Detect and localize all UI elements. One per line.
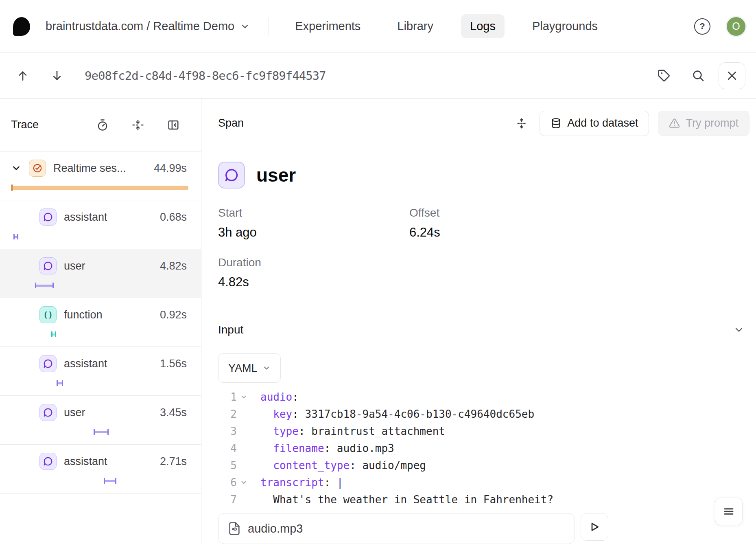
nav-item-playgrounds[interactable]: Playgrounds [523,14,607,38]
chat-bubble-icon [39,208,57,226]
span-timeline-track [0,377,201,391]
main-nav: ExperimentsLibraryLogsPlaygrounds [286,14,607,38]
try-prompt-button[interactable]: Try prompt [658,111,749,136]
add-to-dataset-button[interactable]: Add to dataset [540,111,649,136]
trace-row-user[interactable]: user4.82s [0,249,201,298]
trace-row-assistant[interactable]: assistant2.71s [0,445,201,494]
span-timeline-bar [94,429,109,435]
top-nav: braintrustdata.com / Realtime Demo Exper… [0,0,756,53]
code-text: filename: audio.mp3 [251,442,394,454]
span-timeline-track [0,328,201,342]
line-number: 1 [218,391,237,403]
fold-chevron-icon[interactable] [237,479,251,486]
duration-label: Duration [218,256,409,269]
code-line-2: 2 key: 3317cb18-9a54-4c06-b130-c49640dc6… [218,406,745,423]
span-timeline-track [0,279,201,293]
span-body: user Start 3h ago Offset 6.24s Duration … [201,142,756,544]
span-timeline-bar [11,186,188,190]
span-row-label: user [64,406,85,419]
offset-label: Offset [409,206,601,219]
meta-duration: Duration 4.82s [218,256,409,290]
code-text: What's the weather in Seattle in Fahrenh… [251,494,553,506]
format-selector[interactable]: YAML [218,353,281,383]
nav-item-library[interactable]: Library [388,14,442,38]
resize-panel-icon[interactable] [516,118,527,129]
audio-file-icon [227,522,241,535]
span-meta: Start 3h ago Offset 6.24s Duration 4.82s [218,206,745,290]
check-circle-icon [29,160,46,177]
span-row-label: assistant [64,211,107,224]
nav-item-experiments[interactable]: Experiments [286,14,369,38]
span-header: Span Add to dataset Try prompt [201,99,756,142]
code-line-3: 3 type: braintrust_attachment [218,423,745,440]
audio-filename: audio.mp3 [248,522,303,535]
play-audio-button[interactable] [581,513,608,541]
trace-toolbar: 9e08fc2d-c84d-4f98-8ec6-fc9f89f44537 [0,53,756,99]
span-timeline-bar [35,283,54,288]
trace-panel: Trace Realtime ses...44.99sassistant0.68… [0,99,201,544]
collapse-rows-icon[interactable] [132,119,144,131]
code-text: type: braintrust_attachment [251,425,445,437]
trace-row-assistant[interactable]: assistant0.68s [0,200,201,249]
close-trace-button[interactable] [719,62,745,89]
line-number: 5 [218,459,237,472]
audio-attachment[interactable]: audio.mp3 [218,513,575,544]
trace-row-user[interactable]: user3.45s [0,396,201,445]
avatar[interactable]: O [727,17,745,36]
chevron-down-icon[interactable] [733,324,745,336]
warning-triangle-icon [669,118,680,129]
timer-icon[interactable] [96,119,109,131]
search-icon[interactable] [692,69,705,82]
braintrust-logo-icon[interactable] [13,17,30,36]
help-icon[interactable]: ? [694,18,710,35]
start-label: Start [218,206,409,219]
tag-icon[interactable] [658,69,671,82]
format-selector-value: YAML [228,362,258,375]
line-number: 7 [218,494,237,506]
span-timeline-bar [51,331,56,337]
breadcrumb-label: braintrustdata.com / Realtime Demo [46,20,234,33]
chat-bubble-icon [218,162,245,189]
line-number: 4 [218,442,237,454]
span-row-duration: 4.82s [160,260,187,272]
span-row-label: assistant [64,358,107,370]
span-timeline-bar [13,234,18,239]
code-line-6: 6transcript: | [218,474,745,491]
chevron-down-icon [240,22,250,31]
code-line-4: 4 filename: audio.mp3 [218,440,745,457]
next-trace-button[interactable] [50,69,63,82]
code-text: audio: [251,391,299,403]
span-row-label: function [64,309,103,321]
chat-bubble-icon [39,453,57,470]
try-prompt-label: Try prompt [686,117,739,129]
span-row-duration: 44.99s [154,162,187,175]
trace-row-assistant[interactable]: assistant1.56s [0,347,201,396]
trace-row-realtime-ses-[interactable]: Realtime ses...44.99s [0,151,201,200]
code-text: content_type: audio/mpeg [251,459,426,472]
span-row-duration: 3.45s [160,406,187,419]
chevron-down-icon [262,364,271,372]
expand-chevron-icon[interactable] [11,163,22,173]
prev-trace-button[interactable] [16,69,29,82]
input-section-header[interactable]: Input [218,323,745,336]
span-row-label: user [64,260,85,272]
code-line-7: 7 What's the weather in Seattle in Fahre… [218,491,745,508]
trace-id: 9e08fc2d-c84d-4f98-8ec6-fc9f89f44537 [85,69,326,83]
span-timeline-track [0,230,201,244]
line-number: 2 [218,408,237,420]
yaml-code-block: 1audio:2 key: 3317cb18-9a54-4c06-b130-c4… [218,388,745,508]
trace-row-function[interactable]: ()function0.92s [0,298,201,347]
nav-item-logs[interactable]: Logs [461,14,505,38]
chat-bubble-icon [39,404,57,421]
span-panel: Span Add to dataset Try prompt [201,99,756,544]
offset-value: 6.24s [409,225,601,240]
span-header-title: Span [218,117,244,129]
breadcrumb[interactable]: braintrustdata.com / Realtime Demo [46,20,250,33]
fold-chevron-icon[interactable] [237,393,251,401]
trace-tree: Realtime ses...44.99sassistant0.68suser4… [0,151,201,494]
code-line-5: 5 content_type: audio/mpeg [218,457,745,474]
span-row-duration: 1.56s [160,358,187,370]
menu-button[interactable] [715,498,743,525]
panel-layout-icon[interactable] [167,119,179,131]
section-divider [218,311,748,311]
